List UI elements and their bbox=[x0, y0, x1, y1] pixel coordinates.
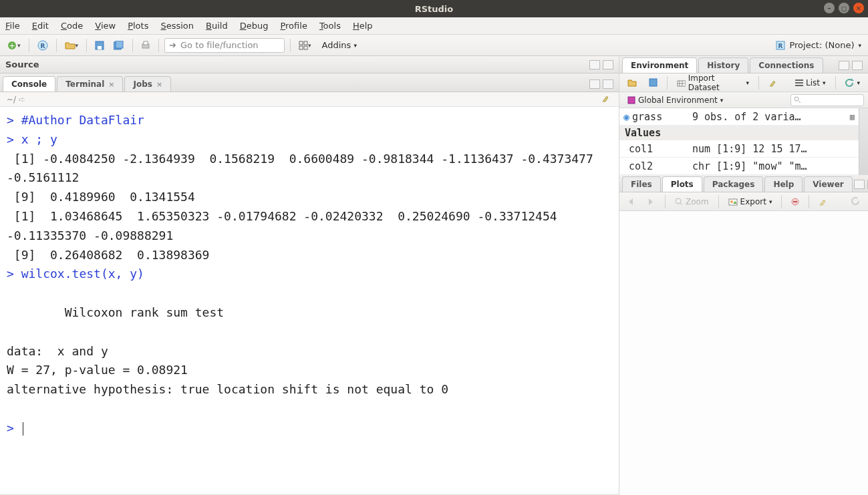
list-view-button[interactable]: List ▾ bbox=[791, 77, 830, 89]
env-object-col1[interactable]: col1 num [1:9] 12 15 17… bbox=[619, 140, 859, 158]
window-minimize-button[interactable]: – bbox=[824, 3, 835, 13]
goto-file-function-input[interactable]: ➔ Go to file/function bbox=[164, 38, 285, 53]
env-minimize-button[interactable] bbox=[839, 61, 849, 70]
plot-zoom-button[interactable]: Zoom bbox=[671, 196, 713, 208]
addins-label: Addins bbox=[322, 40, 351, 50]
source-maximize-button[interactable] bbox=[603, 60, 613, 69]
menu-edit[interactable]: Edit bbox=[32, 21, 49, 31]
svg-rect-10 bbox=[299, 41, 303, 45]
tab-help[interactable]: Help bbox=[764, 176, 803, 192]
tab-terminal-label: Terminal bbox=[65, 79, 104, 89]
environment-scope-bar: Global Environment ▾ bbox=[619, 92, 868, 108]
toolbar-separator bbox=[132, 39, 133, 52]
console-maximize-button[interactable] bbox=[603, 79, 613, 89]
env-col1-desc: num [1:9] 12 15 17… bbox=[690, 143, 859, 155]
menu-help[interactable]: Help bbox=[353, 21, 373, 31]
tab-console[interactable]: Console bbox=[3, 76, 55, 92]
menu-code[interactable]: Code bbox=[61, 21, 83, 31]
tab-environment[interactable]: Environment bbox=[622, 57, 697, 73]
save-button[interactable] bbox=[92, 38, 107, 53]
plot-clear-all-button[interactable] bbox=[815, 196, 833, 208]
environment-tabs: Environment History Connections bbox=[619, 56, 868, 73]
save-all-button[interactable] bbox=[111, 38, 127, 53]
broom-icon bbox=[768, 78, 779, 88]
tab-environment-label: Environment bbox=[631, 61, 688, 70]
svg-text:R: R bbox=[778, 43, 783, 49]
import-dataset-button[interactable]: Import Dataset ▾ bbox=[673, 72, 753, 94]
r-cube-icon: R bbox=[776, 41, 785, 50]
list-icon bbox=[795, 79, 803, 86]
environment-search-input[interactable] bbox=[790, 94, 864, 106]
plot-refresh-button[interactable] bbox=[847, 196, 864, 207]
menu-plots[interactable]: Plots bbox=[128, 21, 148, 31]
tab-jobs[interactable]: Jobs× bbox=[124, 76, 171, 92]
grid-view-button[interactable]: ▾ bbox=[296, 38, 314, 53]
environment-scope-selector[interactable]: Global Environment ▾ bbox=[623, 94, 727, 106]
open-file-button[interactable]: ▾ bbox=[62, 38, 82, 53]
new-file-icon: + bbox=[7, 40, 17, 51]
new-file-button[interactable]: + ▾ bbox=[4, 38, 23, 53]
tab-help-label: Help bbox=[773, 180, 794, 189]
menu-file[interactable]: File bbox=[5, 21, 20, 31]
save-workspace-button[interactable] bbox=[645, 77, 662, 88]
menu-debug[interactable]: Debug bbox=[240, 21, 269, 31]
plot-zoom-label: Zoom bbox=[686, 197, 709, 206]
svg-rect-23 bbox=[729, 199, 737, 205]
environment-list: ◉ grass 9 obs. of 2 varia… ▦ Values col1… bbox=[619, 108, 859, 175]
tab-viewer[interactable]: Viewer bbox=[804, 176, 852, 192]
console-output[interactable]: > #Author DataFlair > x ; y [1] -0.40842… bbox=[0, 107, 619, 495]
menu-view[interactable]: View bbox=[95, 21, 116, 31]
toolbar-separator bbox=[835, 76, 836, 90]
env-grass-name: grass bbox=[632, 111, 662, 123]
clear-environment-button[interactable] bbox=[764, 77, 783, 89]
plot-remove-button[interactable] bbox=[787, 196, 803, 207]
menu-session[interactable]: Session bbox=[160, 21, 194, 31]
console-clear-button[interactable] bbox=[601, 94, 612, 105]
env-object-grass[interactable]: ◉ grass 9 obs. of 2 varia… ▦ bbox=[619, 108, 859, 126]
refresh-icon bbox=[851, 197, 860, 206]
console-minimize-button[interactable] bbox=[589, 79, 600, 89]
tab-viewer-label: Viewer bbox=[813, 180, 843, 189]
plot-next-button[interactable] bbox=[643, 197, 660, 206]
svg-text:+: + bbox=[9, 41, 15, 50]
plots-minimize-button[interactable] bbox=[854, 180, 865, 189]
expand-icon[interactable]: ◉ bbox=[623, 111, 629, 123]
window-close-button[interactable]: ✕ bbox=[853, 3, 864, 13]
addins-dropdown[interactable]: Addins ▾ bbox=[318, 40, 361, 50]
tab-jobs-close[interactable]: × bbox=[156, 80, 162, 89]
plot-export-button[interactable]: Export ▾ bbox=[724, 196, 776, 208]
load-workspace-button[interactable] bbox=[623, 77, 641, 89]
env-object-col2[interactable]: col2 chr [1:9] "mow" "m… bbox=[619, 158, 859, 175]
source-minimize-button[interactable] bbox=[589, 60, 600, 69]
view-data-icon[interactable]: ▦ bbox=[850, 112, 855, 122]
new-project-button[interactable]: R bbox=[35, 38, 51, 53]
goto-arrow-icon: ➔ bbox=[169, 40, 176, 50]
import-icon bbox=[677, 79, 686, 87]
env-scrollbar[interactable] bbox=[859, 108, 868, 175]
tab-plots[interactable]: Plots bbox=[662, 176, 702, 192]
tab-connections[interactable]: Connections bbox=[750, 57, 823, 73]
env-maximize-button[interactable] bbox=[852, 61, 863, 70]
menu-tools[interactable]: Tools bbox=[319, 21, 341, 31]
console-dir-arrow-icon[interactable]: ➪ bbox=[19, 95, 25, 104]
window-maximize-button[interactable]: ◻ bbox=[839, 3, 849, 13]
svg-point-21 bbox=[676, 198, 681, 204]
menu-profile[interactable]: Profile bbox=[280, 21, 307, 31]
window-title: RStudio bbox=[415, 4, 454, 14]
print-button[interactable] bbox=[138, 38, 153, 53]
menu-build[interactable]: Build bbox=[206, 21, 228, 31]
tab-files[interactable]: Files bbox=[622, 176, 661, 192]
tab-terminal-close[interactable]: × bbox=[108, 80, 114, 89]
plot-prev-button[interactable] bbox=[623, 197, 639, 206]
tab-history[interactable]: History bbox=[698, 57, 748, 73]
source-pane-title: Source bbox=[5, 59, 39, 69]
tab-terminal[interactable]: Terminal× bbox=[57, 76, 123, 92]
console-path-bar: ~/ ➪ bbox=[0, 92, 619, 107]
tab-packages[interactable]: Packages bbox=[704, 176, 764, 192]
svg-rect-18 bbox=[628, 97, 635, 104]
svg-rect-7 bbox=[116, 41, 123, 48]
toolbar-separator bbox=[290, 39, 291, 52]
refresh-env-button[interactable]: ▾ bbox=[841, 77, 864, 89]
project-selector[interactable]: R Project: (None) ▾ bbox=[776, 40, 864, 50]
folder-open-icon bbox=[627, 78, 637, 88]
